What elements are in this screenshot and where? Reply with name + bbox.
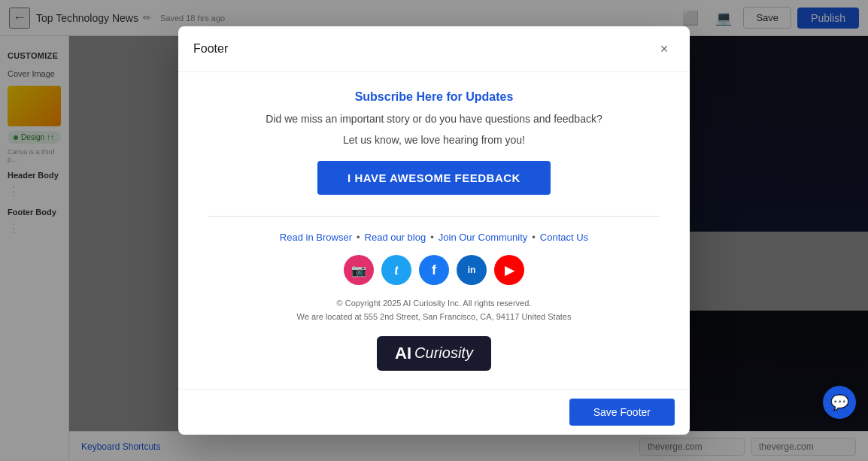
- modal-footer: Save Footer: [178, 389, 690, 435]
- modal-body: Subscribe Here for Updates Did we miss a…: [178, 72, 690, 388]
- ai-curiosity-logo: AI Curiosity: [377, 336, 491, 371]
- youtube-icon[interactable]: ▶: [494, 255, 524, 285]
- youtube-symbol: ▶: [505, 263, 514, 278]
- twitter-icon[interactable]: t: [381, 255, 411, 285]
- social-icons-row: 📷 t f in ▶: [344, 255, 524, 285]
- modal-close-button[interactable]: ×: [654, 38, 675, 59]
- instagram-symbol: 📷: [351, 263, 366, 278]
- modal-header: Footer ×: [178, 26, 690, 72]
- footer-modal: Footer × Subscribe Here for Updates Did …: [178, 26, 690, 434]
- linkedin-symbol: in: [468, 265, 476, 275]
- facebook-icon[interactable]: f: [419, 255, 449, 285]
- nav-links: Read in Browser • Read our blog • Join O…: [280, 232, 588, 243]
- copyright-text: © Copyright 2025 AI Curiosity Inc. All r…: [297, 297, 572, 323]
- nav-link-contact-us[interactable]: Contact Us: [540, 232, 588, 243]
- nav-link-read-in-browser[interactable]: Read in Browser: [280, 232, 352, 243]
- linkedin-icon[interactable]: in: [457, 255, 487, 285]
- instagram-icon[interactable]: 📷: [344, 255, 374, 285]
- nav-dot-1: •: [357, 232, 360, 243]
- facebook-symbol: f: [432, 262, 436, 278]
- chat-icon: 💬: [830, 393, 849, 411]
- section-divider: [208, 216, 660, 217]
- nav-dot-3: •: [532, 232, 536, 243]
- feedback-button[interactable]: I HAVE AWESOME FEEDBACK: [317, 161, 551, 195]
- twitter-symbol: t: [394, 262, 398, 278]
- chat-bubble[interactable]: 💬: [823, 386, 856, 419]
- modal-overlay: Footer × Subscribe Here for Updates Did …: [0, 0, 868, 461]
- subscribe-heading: Subscribe Here for Updates: [355, 90, 514, 104]
- nav-link-read-our-blog[interactable]: Read our blog: [365, 232, 426, 243]
- nav-dot-2: •: [430, 232, 434, 243]
- nav-link-join-community[interactable]: Join Our Community: [439, 232, 527, 243]
- modal-title: Footer: [193, 42, 228, 56]
- primary-text: Did we miss an important story or do you…: [266, 113, 602, 125]
- secondary-text: Let us know, we love hearing from you!: [343, 134, 525, 146]
- logo-curiosity-text: Curiosity: [414, 344, 473, 362]
- logo-ai-text: AI: [395, 344, 411, 363]
- save-footer-button[interactable]: Save Footer: [569, 399, 675, 426]
